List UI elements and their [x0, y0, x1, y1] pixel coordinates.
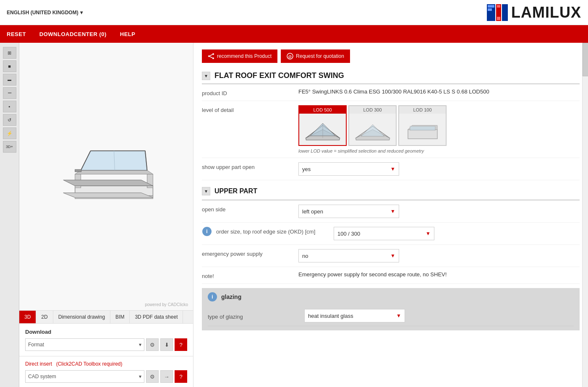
- product-section: ▾ FLAT ROOF EXIT COMFORT SWING product I…: [193, 68, 588, 330]
- 3d-plus-icon[interactable]: 3D+: [3, 141, 16, 153]
- note-label: note!: [202, 271, 294, 279]
- lod-label: level of detail: [202, 105, 294, 153]
- show-upper-select[interactable]: yes ▼: [298, 162, 399, 176]
- format-arrow: ▾: [139, 342, 141, 348]
- glazing-title: glazing: [221, 293, 241, 300]
- lod100-option[interactable]: LOD 100: [398, 105, 447, 146]
- format-label: Format: [28, 342, 44, 348]
- lod300-img: [349, 114, 396, 145]
- open-side-value: left open: [302, 208, 323, 215]
- nav-help[interactable]: HELP: [120, 31, 136, 37]
- download-settings-icon[interactable]: ⚙: [146, 338, 159, 351]
- show-upper-value: yes: [302, 166, 311, 172]
- svg-rect-4: [488, 8, 492, 11]
- open-side-arrow: ▼: [390, 208, 395, 214]
- upper-part-collapse-btn[interactable]: ▾: [202, 187, 210, 195]
- format-select[interactable]: Format ▾: [25, 338, 144, 351]
- svg-line-26: [210, 55, 212, 56]
- tab-3d[interactable]: 3D: [19, 311, 36, 323]
- emergency-select[interactable]: no ▼: [298, 249, 399, 262]
- left-panel: powered by CADClicko 3D 2D Dimensional d…: [19, 43, 193, 387]
- upper-part-header: ▾ UPPER PART: [202, 183, 580, 200]
- language-arrow: ▾: [80, 10, 83, 16]
- product-collapse-btn[interactable]: ▾: [202, 72, 210, 80]
- emergency-label: emergency power supply: [202, 249, 294, 257]
- glazing-header: i glazing: [208, 292, 574, 301]
- svg-rect-37: [408, 130, 437, 139]
- tab-dimensional[interactable]: Dimensional drawing: [53, 311, 110, 323]
- note-row: note! Emergency power supply for second …: [202, 267, 580, 284]
- lod300-option[interactable]: LOD 300: [348, 105, 397, 146]
- download-help-icon[interactable]: ?: [175, 338, 187, 351]
- lod100-label: LOD 100: [399, 106, 446, 114]
- type-of-glazing-value: heat insulant glass: [308, 313, 353, 319]
- scrollbar-track[interactable]: [582, 43, 588, 387]
- order-size-row: i order size, top roof edge size (OKD) […: [202, 223, 580, 245]
- download-button[interactable]: ⬇: [160, 338, 173, 351]
- layers-icon[interactable]: ⊞: [3, 47, 16, 59]
- nav-reset[interactable]: RESET: [7, 31, 26, 37]
- svg-rect-6: [497, 17, 500, 20]
- cad-arrow: ▾: [139, 374, 141, 379]
- show-upper-label: show upper part open: [202, 162, 294, 170]
- quotation-label: Request for quotation: [296, 53, 344, 59]
- quotation-button[interactable]: @ Request for quotation: [281, 49, 350, 63]
- language-selector[interactable]: ENGLISH (UNITED KINGDOM) ▾: [7, 10, 83, 16]
- order-size-dropdown: 100 / 300 ▼: [334, 227, 580, 240]
- tab-3dpdf[interactable]: 3D PDF data sheet: [130, 311, 183, 323]
- open-side-label: open side: [202, 205, 294, 213]
- show-upper-dropdown: yes ▼: [298, 162, 580, 176]
- svg-marker-22: [63, 192, 153, 197]
- svg-rect-2: [502, 4, 508, 21]
- svg-rect-17: [75, 169, 81, 172]
- cad-settings-icon[interactable]: ⚙: [146, 370, 159, 383]
- upper-part-title: UPPER PART: [214, 187, 257, 195]
- rect-thin-icon[interactable]: ▬: [3, 74, 16, 86]
- type-of-glazing-arrow: ▼: [396, 313, 401, 319]
- direct-insert-label: Direct insert (Click2CAD Toolbox require…: [25, 361, 187, 367]
- square-solid-icon[interactable]: ■: [3, 60, 16, 72]
- show-upper-row: show upper part open yes ▼: [202, 158, 580, 180]
- nav-bar: RESET DOWNLOADCENTER (0) HELP: [0, 25, 588, 43]
- powered-by-label: powered by CADClicko: [145, 302, 188, 307]
- product-3d-sketch: [52, 134, 161, 219]
- order-size-value: 100 / 300: [337, 231, 360, 237]
- scrollbar-thumb[interactable]: [583, 43, 588, 76]
- type-of-glazing-row: type of glazing heat insulant glass ▼: [208, 306, 574, 326]
- nav-downloadcenter[interactable]: DOWNLOADCENTER (0): [39, 31, 107, 37]
- glazing-info-icon[interactable]: i: [208, 292, 217, 301]
- order-size-label: order size, top roof edge size (OKD) [cm…: [216, 227, 329, 235]
- cad-label: CAD system: [28, 374, 56, 379]
- rect-wide-icon[interactable]: ━━: [3, 87, 16, 99]
- type-of-glazing-select[interactable]: heat insulant glass ▼: [304, 309, 405, 322]
- download-section: Download Format ▾ ⚙ ⬇ ?: [19, 323, 193, 356]
- svg-text:@: @: [288, 55, 292, 59]
- type-of-glazing-label: type of glazing: [208, 312, 300, 320]
- svg-rect-3: [488, 5, 494, 8]
- tab-2d[interactable]: 2D: [36, 311, 53, 323]
- open-side-dropdown: left open ▼: [298, 205, 580, 218]
- open-side-select[interactable]: left open ▼: [298, 205, 399, 218]
- email-icon: @: [287, 53, 293, 60]
- order-size-info-icon[interactable]: i: [202, 227, 212, 236]
- lod500-option[interactable]: LOD 500: [298, 105, 347, 146]
- sidebar-icons: ⊞ ■ ▬ ━━ ▪ ↺ ⚡ 3D+: [0, 43, 19, 387]
- rotate-icon[interactable]: ↺: [3, 114, 16, 126]
- tab-bim[interactable]: BIM: [110, 311, 130, 323]
- share-icon: [208, 53, 214, 60]
- lod-option-list: LOD 500: [298, 105, 580, 146]
- logo-icon: [487, 4, 508, 21]
- direct-insert-sublabel: (Click2CAD Toolbox required): [56, 361, 123, 367]
- lod500-img: [299, 114, 346, 145]
- cad-help-icon[interactable]: ?: [175, 370, 187, 383]
- cad-system-select[interactable]: CAD system ▾: [25, 370, 144, 383]
- svg-line-27: [210, 57, 212, 58]
- lod-row: level of detail LOD 500: [202, 101, 580, 158]
- order-size-arrow: ▼: [426, 231, 431, 236]
- small-rect-icon[interactable]: ▪: [3, 101, 16, 112]
- cad-insert-button[interactable]: →: [160, 370, 173, 383]
- lightning-icon[interactable]: ⚡: [3, 127, 16, 139]
- order-size-select[interactable]: 100 / 300 ▼: [334, 227, 434, 240]
- recommend-button[interactable]: recommend this Product: [202, 49, 277, 63]
- svg-marker-11: [63, 180, 153, 186]
